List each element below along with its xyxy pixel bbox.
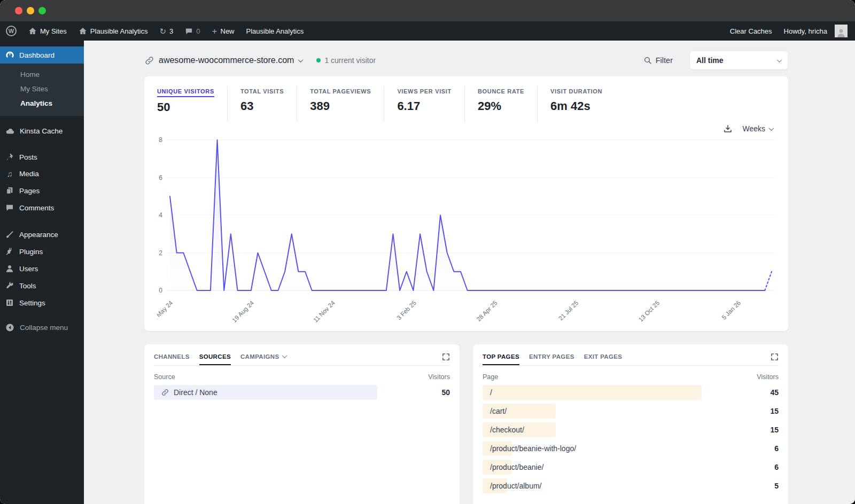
sidebar-item-appearance[interactable]: Appearance	[0, 226, 84, 243]
metric-label: VIEWS PER VISIT	[397, 88, 452, 96]
row-label: /	[483, 388, 492, 397]
sources-tab-campaigns[interactable]: CAMPAIGNS	[240, 353, 286, 365]
paintbrush-icon	[5, 230, 14, 239]
updates-count: 3	[169, 27, 173, 35]
site-name-menu[interactable]: Plausible Analytics	[73, 21, 154, 41]
sidebar-subitem-home[interactable]: Home	[0, 67, 84, 82]
metric-bounce-rate[interactable]: BOUNCE RATE 29%	[478, 86, 538, 122]
link-icon	[161, 389, 169, 396]
sidebar-item-label: Settings	[19, 299, 45, 307]
wrench-icon	[5, 281, 14, 290]
current-visitors[interactable]: 1 current visitor	[316, 56, 376, 65]
row-label: Direct / None	[154, 388, 217, 397]
comments-menu[interactable]: 0	[179, 21, 206, 41]
sidebar-item-plugins[interactable]: Plugins	[0, 243, 84, 260]
metric-value: 6m 42s	[550, 99, 602, 113]
sidebar-item-label: Media	[19, 170, 39, 178]
column-header-source: Source	[154, 373, 175, 381]
metric-total-visits[interactable]: TOTAL VISITS 63	[240, 86, 297, 122]
clear-caches-button[interactable]: Clear Caches	[724, 21, 778, 41]
sidebar-item-posts[interactable]: Posts	[0, 148, 84, 166]
pages-panel: TOP PAGESENTRY PAGESEXIT PAGES Page Visi…	[473, 344, 788, 504]
collapse-menu-button[interactable]: Collapse menu	[0, 319, 84, 336]
close-window-button[interactable]	[15, 7, 22, 14]
sidebar-item-comments[interactable]: Comments	[0, 199, 84, 216]
sources-expand-button[interactable]	[442, 353, 450, 365]
sidebar-item-label: Tools	[19, 282, 36, 290]
table-row[interactable]: /product/beanie/6	[483, 460, 779, 475]
svg-text:4: 4	[159, 211, 162, 219]
metric-value: 6.17	[397, 99, 452, 113]
sidebar-item-settings[interactable]: Settings	[0, 294, 84, 311]
site-domain-label: awesome-woocommerce-store.com	[159, 56, 294, 65]
site-switcher[interactable]: awesome-woocommerce-store.com	[145, 56, 302, 65]
sidebar-item-pages[interactable]: Pages	[0, 182, 84, 199]
howdy-label: Howdy, hricha	[784, 27, 827, 35]
table-row[interactable]: /checkout/15	[483, 422, 779, 437]
interval-value: Weeks	[742, 124, 765, 133]
sources-tab-channels[interactable]: CHANNELS	[154, 353, 190, 365]
page-title-label: Plausible Analytics	[246, 27, 304, 35]
sidebar-item-label: Pages	[19, 187, 40, 195]
dashboard-submenu: Home My Sites Analytics	[0, 64, 84, 116]
expand-icon	[771, 353, 779, 361]
pages-tab-top-pages[interactable]: TOP PAGES	[483, 353, 519, 365]
comment-bubble-icon	[5, 203, 14, 212]
updates-menu[interactable]: ↻ 3	[154, 21, 180, 41]
metric-label: UNIQUE VISITORS	[157, 88, 214, 97]
date-range-select[interactable]: All time	[690, 51, 788, 69]
visitors-chart[interactable]: 0246831 May 2419 Aug 2411 Nov 243 Feb 25…	[157, 135, 775, 332]
my-sites-menu[interactable]: My Sites	[22, 21, 73, 41]
svg-text:21 Jul 25: 21 Jul 25	[557, 300, 579, 321]
column-header-visitors: Visitors	[428, 373, 450, 381]
interval-select[interactable]: Weeks	[742, 124, 773, 133]
sidebar-subitem-analytics[interactable]: Analytics	[0, 96, 84, 111]
avatar	[835, 25, 848, 37]
svg-text:2: 2	[159, 249, 162, 257]
pages-tab-exit-pages[interactable]: EXIT PAGES	[584, 353, 623, 365]
filter-button[interactable]: Filter	[643, 56, 673, 65]
sidebar-item-dashboard[interactable]: Dashboard	[0, 46, 84, 64]
sidebar-item-users[interactable]: Users	[0, 260, 84, 277]
new-content-menu[interactable]: + New	[206, 21, 240, 41]
chevron-down-icon	[298, 57, 304, 62]
metric-views-per-visit[interactable]: VIEWS PER VISIT 6.17	[397, 86, 465, 122]
row-label: /cart/	[483, 407, 507, 415]
multisite-house-icon	[28, 27, 37, 35]
metrics-row: UNIQUE VISITORS 50 TOTAL VISITS 63 TOTAL…	[144, 76, 788, 122]
zoom-window-button[interactable]	[38, 7, 46, 14]
sidebar-item-kinsta-cache[interactable]: Kinsta Cache	[0, 122, 84, 140]
wp-logo-menu[interactable]: W	[0, 21, 22, 41]
svg-text:0: 0	[159, 287, 162, 294]
my-account-menu[interactable]: Howdy, hricha	[778, 21, 855, 41]
sidebar-item-media[interactable]: ♫ Media	[0, 166, 84, 182]
table-row[interactable]: Direct / None50	[154, 385, 450, 400]
metric-value: 50	[157, 100, 214, 114]
table-row[interactable]: /cart/15	[483, 404, 779, 419]
table-row[interactable]: /45	[483, 385, 779, 400]
site-name-label: Plausible Analytics	[90, 27, 148, 35]
metric-value: 29%	[478, 99, 524, 113]
pages-tab-entry-pages[interactable]: ENTRY PAGES	[529, 353, 574, 365]
svg-text:3 Feb 25: 3 Feb 25	[395, 300, 417, 321]
online-dot-icon	[316, 58, 321, 62]
visitors-card: UNIQUE VISITORS 50 TOTAL VISITS 63 TOTAL…	[144, 76, 788, 331]
row-value: 15	[770, 407, 779, 415]
sources-tab-sources[interactable]: SOURCES	[199, 353, 231, 365]
download-export-button[interactable]	[723, 124, 733, 133]
page-title-menu[interactable]: Plausible Analytics	[240, 21, 310, 41]
table-row[interactable]: /product/album/5	[483, 478, 779, 493]
metric-total-pageviews[interactable]: TOTAL PAGEVIEWS 389	[310, 86, 384, 122]
pages-expand-button[interactable]	[771, 353, 779, 365]
metric-visit-duration[interactable]: VISIT DURATION 6m 42s	[550, 86, 615, 122]
sliders-icon	[5, 298, 14, 307]
minimize-window-button[interactable]	[27, 7, 34, 14]
sources-rows: Direct / None50	[144, 385, 460, 400]
sidebar-subitem-my-sites[interactable]: My Sites	[0, 82, 84, 96]
comment-bubble-icon	[185, 27, 193, 35]
pages-icon	[5, 186, 14, 195]
chevron-down-icon	[769, 125, 774, 131]
sidebar-item-tools[interactable]: Tools	[0, 277, 84, 294]
metric-unique-visitors[interactable]: UNIQUE VISITORS 50	[157, 86, 228, 122]
table-row[interactable]: /product/beanie-with-logo/6	[483, 441, 779, 456]
